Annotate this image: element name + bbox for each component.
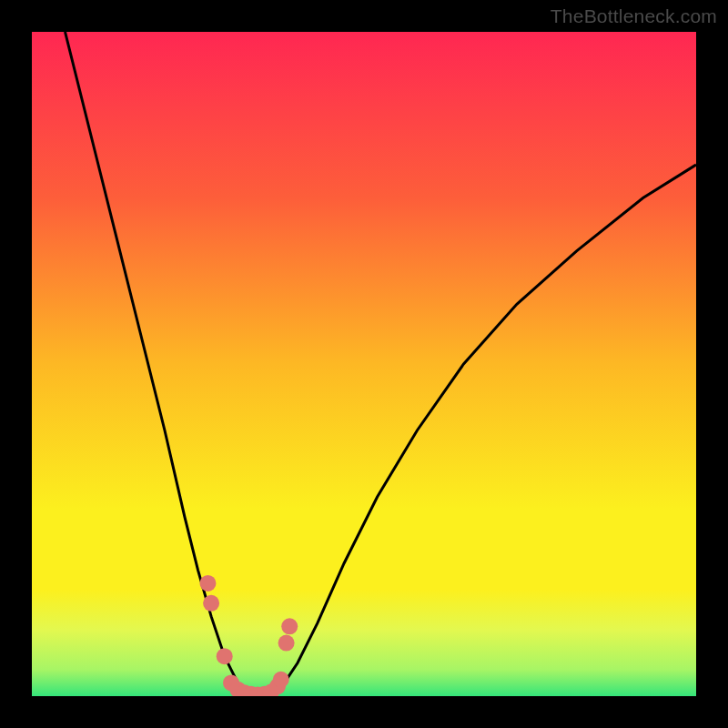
data-marker — [203, 595, 219, 612]
data-marker — [278, 635, 295, 652]
data-marker — [199, 575, 216, 592]
data-marker — [217, 648, 233, 664]
data-marker — [273, 672, 289, 688]
plot-area — [32, 32, 696, 696]
chart-frame: TheBottleneck.com — [0, 0, 728, 728]
watermark-text: TheBottleneck.com — [551, 5, 717, 27]
data-markers — [32, 32, 696, 696]
data-marker — [281, 618, 298, 634]
